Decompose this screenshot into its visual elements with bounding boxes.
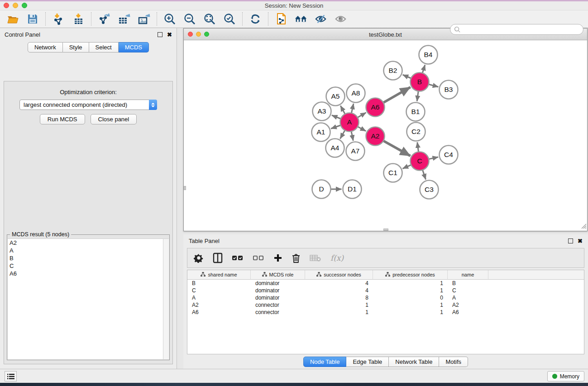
- list-item[interactable]: C: [8, 262, 169, 270]
- network-canvas[interactable]: B4B2BB3A5A8A6A3B1AA1C2A2A4A7C4CC1C3DD1: [184, 40, 587, 231]
- graph-node-B2[interactable]: B2: [384, 62, 402, 80]
- graph-edge-B-B4[interactable]: [422, 65, 425, 73]
- tab-motifs[interactable]: Motifs: [439, 357, 468, 367]
- tab-network-table[interactable]: Network Table: [389, 357, 439, 367]
- zoom-selected-icon[interactable]: [223, 13, 236, 25]
- float-panel-icon[interactable]: [158, 32, 163, 37]
- first-neighbors-icon[interactable]: [295, 13, 307, 25]
- import-table-icon[interactable]: [72, 13, 85, 25]
- deselect-all-icon[interactable]: [253, 254, 264, 262]
- column-header[interactable]: shared name: [187, 270, 251, 280]
- export-network-icon[interactable]: [98, 13, 110, 25]
- float-table-panel-icon[interactable]: [568, 238, 573, 243]
- scrollbar-track[interactable]: [163, 239, 169, 359]
- hide-selected-icon[interactable]: [315, 13, 327, 25]
- graph-edge-A-A2[interactable]: [358, 127, 366, 131]
- graph-edge-B-B2[interactable]: [403, 75, 411, 78]
- add-column-icon[interactable]: [273, 253, 282, 262]
- table-cell[interactable]: dominator: [251, 280, 305, 287]
- table-cell[interactable]: B: [448, 280, 488, 287]
- graph-node-D1[interactable]: D1: [343, 180, 362, 199]
- export-table-icon[interactable]: [118, 13, 130, 25]
- gear-icon[interactable]: [194, 253, 204, 263]
- table-row[interactable]: Cdominator41C: [187, 287, 584, 294]
- graph-edge-A-A3[interactable]: [332, 115, 341, 119]
- graph-edge-A6-B[interactable]: [383, 87, 411, 103]
- table-cell[interactable]: A2: [187, 301, 251, 309]
- table-cell[interactable]: 1: [305, 301, 373, 309]
- export-image-icon[interactable]: [138, 13, 150, 25]
- table-cell[interactable]: 1: [373, 309, 448, 316]
- graph-edge-B-B1[interactable]: [417, 91, 418, 101]
- table-cell[interactable]: A2: [448, 301, 488, 309]
- table-cell[interactable]: 1: [373, 301, 448, 309]
- tab-style[interactable]: Style: [63, 42, 89, 52]
- table-cell[interactable]: C: [448, 287, 488, 294]
- graph-edge-C-C4[interactable]: [429, 157, 438, 159]
- show-all-icon[interactable]: [335, 13, 347, 25]
- horizontal-scrollbar-thumb[interactable]: [383, 229, 388, 231]
- table-cell[interactable]: C: [187, 287, 251, 294]
- graph-node-A4[interactable]: A4: [326, 139, 344, 157]
- run-mcds-button[interactable]: Run MCDS: [40, 114, 85, 124]
- graph-node-C[interactable]: C: [411, 152, 429, 171]
- graph-edge-B-B3[interactable]: [429, 84, 438, 87]
- tab-mcds[interactable]: MCDS: [119, 42, 149, 52]
- list-item[interactable]: A: [8, 247, 169, 254]
- column-pane-icon[interactable]: [213, 253, 223, 263]
- zoom-fit-icon[interactable]: [203, 13, 216, 25]
- table-cell[interactable]: A6: [187, 309, 251, 316]
- tab-node-table[interactable]: Node Table: [303, 357, 347, 367]
- copy-style-icon[interactable]: [275, 13, 287, 25]
- table-cell[interactable]: 1: [373, 280, 448, 287]
- vertical-scrollbar-thumb[interactable]: [184, 186, 186, 190]
- task-history-icon[interactable]: [5, 371, 17, 381]
- table-row[interactable]: Bdominator41B: [187, 280, 584, 287]
- graph-node-C3[interactable]: C3: [420, 181, 439, 199]
- graph-node-D[interactable]: D: [312, 180, 331, 199]
- close-panel-icon[interactable]: ✖: [167, 32, 172, 37]
- table-cell[interactable]: [488, 280, 584, 287]
- table-cell[interactable]: A: [187, 294, 251, 301]
- zoom-out-icon[interactable]: [183, 13, 196, 25]
- table-cell[interactable]: A: [448, 294, 488, 301]
- graph-edge-C-C1[interactable]: [403, 165, 411, 168]
- graph-node-A[interactable]: A: [340, 113, 359, 132]
- tab-select[interactable]: Select: [89, 42, 119, 52]
- column-header[interactable]: MCDS role: [251, 270, 305, 280]
- graph-node-C2[interactable]: C2: [407, 123, 425, 141]
- graph-node-A3[interactable]: A3: [313, 102, 331, 121]
- select-all-icon[interactable]: [232, 254, 244, 262]
- graph-edge-A-A5[interactable]: [340, 106, 345, 114]
- table-cell[interactable]: A6: [448, 309, 488, 316]
- graph-node-A7[interactable]: A7: [346, 142, 365, 161]
- table-cell[interactable]: dominator: [251, 294, 305, 301]
- column-header[interactable]: successor nodes: [305, 270, 373, 280]
- graph-node-A1[interactable]: A1: [312, 123, 330, 142]
- node-table[interactable]: shared name MCDS role successor nodes pr…: [187, 270, 584, 354]
- graph-node-B3[interactable]: B3: [440, 81, 458, 99]
- graph-edge-A-A6[interactable]: [358, 113, 366, 118]
- graph-node-A2[interactable]: A2: [366, 127, 385, 146]
- table-cell[interactable]: connector: [251, 309, 305, 316]
- table-cell[interactable]: 4: [305, 280, 373, 287]
- table-cell[interactable]: 1: [373, 287, 448, 294]
- tab-network[interactable]: Network: [28, 42, 63, 52]
- criterion-dropdown[interactable]: largest connected component (directed): [19, 100, 157, 110]
- delete-column-icon[interactable]: [292, 253, 301, 263]
- graph-edge-A-A8[interactable]: [351, 104, 354, 113]
- table-cell[interactable]: 4: [305, 287, 373, 294]
- graph-node-C1[interactable]: C1: [384, 164, 402, 182]
- close-panel-button[interactable]: Close panel: [91, 114, 137, 124]
- graph-edge-A2-C[interactable]: [383, 141, 411, 156]
- search-field[interactable]: [450, 24, 583, 35]
- table-cell[interactable]: dominator: [251, 287, 305, 294]
- search-input[interactable]: [463, 26, 583, 33]
- close-table-panel-icon[interactable]: ✖: [578, 238, 583, 243]
- graph-edge-A-A1[interactable]: [331, 125, 340, 129]
- graph-node-A6[interactable]: A6: [366, 98, 385, 117]
- list-item[interactable]: A6: [8, 270, 169, 277]
- graph-node-C4[interactable]: C4: [440, 146, 458, 164]
- table-cell[interactable]: 1: [305, 309, 373, 316]
- function-builder-icon[interactable]: f(x): [330, 253, 344, 262]
